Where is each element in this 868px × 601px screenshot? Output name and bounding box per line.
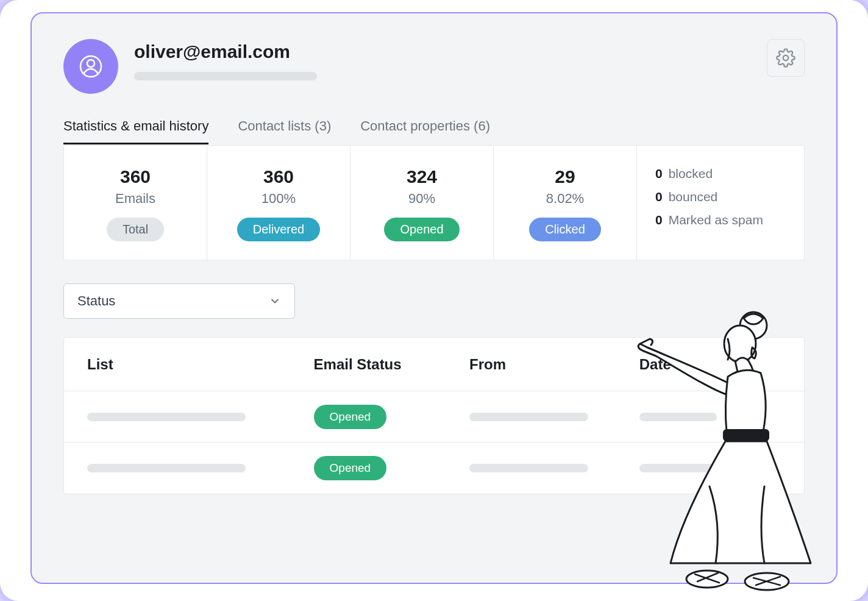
col-date: Date	[639, 356, 781, 373]
gear-icon	[776, 48, 795, 68]
tab-statistics[interactable]: Statistics & email history	[63, 118, 208, 144]
svg-point-2	[783, 55, 789, 61]
col-list: List	[87, 356, 314, 373]
chevron-down-icon	[269, 295, 281, 307]
stat-clicked: 29 8.02% Clicked	[494, 146, 637, 260]
status-badge: Opened	[314, 456, 387, 480]
contact-panel: oliver@email.com Statistics & email hist…	[30, 12, 838, 584]
stat-clicked-sub: 8.02%	[500, 191, 630, 207]
stat-spam-label: Marked as spam	[669, 213, 763, 227]
cell-placeholder	[639, 464, 717, 472]
table-row: Opened	[64, 443, 804, 494]
stat-bounced-label: bounced	[669, 190, 718, 204]
stat-blocked-label: blocked	[669, 166, 713, 181]
table-header: List Email Status From Date	[64, 338, 804, 391]
cell-placeholder	[87, 413, 246, 421]
stat-total-value: 360	[70, 166, 201, 187]
col-from: From	[469, 356, 639, 373]
profile-info: oliver@email.com	[134, 39, 751, 80]
tabs: Statistics & email history Contact lists…	[63, 118, 805, 145]
cell-placeholder	[639, 413, 717, 421]
stat-clicked-pill: Clicked	[529, 218, 601, 241]
svg-point-1	[87, 60, 94, 67]
table-row: Opened	[64, 391, 804, 443]
stat-total-pill: Total	[107, 218, 164, 241]
status-filter-dropdown[interactable]: Status	[63, 283, 295, 319]
profile-header: oliver@email.com	[63, 39, 805, 94]
profile-subtitle-placeholder	[134, 72, 317, 80]
stats-row: 360 Emails Total 360 100% Delivered 324 …	[63, 145, 805, 260]
stat-bounced-value: 0	[655, 190, 663, 204]
stat-clicked-value: 29	[500, 166, 630, 187]
stat-opened-value: 324	[357, 166, 487, 187]
stat-spam: 0 Marked as spam	[655, 213, 786, 227]
stat-total: 360 Emails Total	[64, 146, 207, 260]
stat-opened-sub: 90%	[357, 191, 487, 207]
cell-placeholder	[87, 464, 246, 472]
status-badge: Opened	[314, 405, 387, 429]
stat-opened-pill: Opened	[384, 218, 459, 241]
stat-opened: 324 90% Opened	[350, 146, 494, 260]
stat-blocked: 0 blocked	[655, 166, 786, 181]
tab-contact-properties[interactable]: Contact properties (6)	[360, 118, 490, 144]
status-filter-label: Status	[77, 293, 115, 309]
email-history-table: List Email Status From Date Opened Opene…	[63, 337, 805, 494]
stat-bounced: 0 bounced	[655, 190, 786, 204]
avatar	[63, 39, 118, 94]
col-status: Email Status	[314, 356, 469, 373]
stat-delivered: 360 100% Delivered	[207, 146, 350, 260]
profile-email: oliver@email.com	[134, 41, 751, 62]
cell-placeholder	[469, 413, 588, 421]
stat-extra: 0 blocked 0 bounced 0 Marked as spam	[637, 146, 804, 260]
stat-delivered-pill: Delivered	[237, 218, 320, 241]
stat-delivered-value: 360	[213, 166, 344, 187]
stat-spam-value: 0	[655, 213, 663, 227]
cell-placeholder	[469, 464, 588, 472]
stat-total-sub: Emails	[70, 191, 201, 207]
stat-delivered-sub: 100%	[213, 191, 344, 207]
tab-contact-lists[interactable]: Contact lists (3)	[238, 118, 331, 144]
settings-button[interactable]	[767, 39, 805, 77]
stat-blocked-value: 0	[655, 166, 663, 181]
user-icon	[79, 54, 103, 79]
